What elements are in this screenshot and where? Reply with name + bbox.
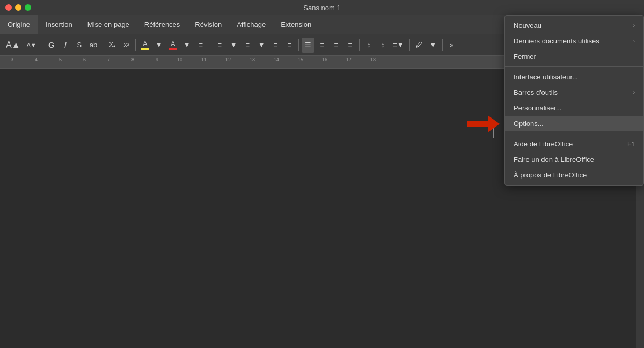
menu-barres[interactable]: Barres d'outils ›	[505, 85, 643, 100]
shadow-btn[interactable]: ab	[87, 38, 100, 53]
ruler-mark: 5	[59, 57, 62, 62]
ruler-mark: 13	[250, 57, 255, 62]
highlight-underline	[141, 48, 149, 50]
menu-options[interactable]: Options...	[505, 116, 643, 131]
toolbar-separator-7	[409, 39, 410, 51]
ruler-mark: 14	[274, 57, 279, 62]
arrow-shaft	[467, 121, 488, 127]
menu-item-mise-en-page[interactable]: Mise en page	[80, 15, 137, 34]
menu-don[interactable]: Faire un don à LibreOffice	[505, 152, 643, 167]
indent-more-btn[interactable]: ≡	[283, 38, 296, 53]
menu-fermer[interactable]: Fermer	[505, 49, 643, 64]
align-left-btn[interactable]: ☰	[302, 38, 314, 53]
menu-apropos[interactable]: À propos de LibreOffice	[505, 167, 643, 183]
font-size-decrease-btn[interactable]: A▼	[24, 38, 39, 53]
dropdown-menu: Nouveau › Derniers documents utilisés › …	[504, 15, 644, 186]
menu-interface[interactable]: Interface utilisateur...	[505, 69, 643, 85]
submenu-arrow: ›	[633, 23, 635, 28]
menu-item-insertion[interactable]: Insertion	[38, 15, 80, 34]
align-right-btn[interactable]: ≡	[330, 38, 342, 53]
title-bar: Sans nom 1	[0, 0, 644, 15]
ruler-mark: 16	[322, 57, 327, 62]
window-controls	[5, 4, 31, 11]
indent-btn[interactable]: ≡	[241, 38, 254, 53]
strikethrough-btn[interactable]: S	[73, 38, 86, 53]
arrow-head	[488, 115, 500, 132]
menu-nouveau[interactable]: Nouveau ›	[505, 18, 643, 33]
ruler-mark: 17	[346, 57, 352, 62]
ruler-mark: 15	[298, 57, 303, 62]
toolbar-separator-5	[298, 39, 299, 51]
menu-item-affichage[interactable]: Affichage	[229, 15, 273, 34]
maximize-button[interactable]	[25, 4, 31, 11]
list-unordered-btn[interactable]: ≡	[194, 38, 207, 53]
menu-aide[interactable]: Aide de LibreOffice F1	[505, 136, 643, 152]
list-ordered-dropdown-btn[interactable]: ▼	[227, 38, 240, 53]
para-spacing-dropdown-btn[interactable]: ≡▼	[390, 38, 406, 53]
ruler-mark: 3	[11, 57, 13, 62]
menu-item-revision[interactable]: Révision	[187, 15, 229, 34]
align-center-btn[interactable]: ≡	[316, 38, 328, 53]
para-spacing-btn[interactable]: ↕	[376, 38, 389, 53]
close-button[interactable]	[5, 4, 12, 11]
more-btn[interactable]: »	[445, 38, 458, 53]
ruler-mark: 7	[107, 57, 110, 62]
toolbar-separator-3	[135, 39, 136, 51]
ruler-mark: 18	[370, 57, 376, 62]
ruler-mark: 11	[201, 57, 207, 62]
minimize-button[interactable]	[15, 4, 21, 11]
ruler-mark: 12	[225, 57, 231, 62]
submenu-arrow: ›	[633, 90, 635, 95]
font-color-btn[interactable]: A	[166, 38, 179, 53]
toolbar-separator-2	[103, 39, 103, 51]
dropdown-separator-2	[505, 134, 643, 134]
indent-dropdown-btn[interactable]: ▼	[255, 38, 268, 53]
ruler-mark: 4	[35, 57, 38, 62]
list-ordered-btn[interactable]: ≡	[213, 38, 226, 53]
align-justify-btn[interactable]: ≡	[343, 38, 356, 53]
highlight-dropdown-btn[interactable]: ▼	[152, 38, 165, 53]
font-color-dropdown-btn[interactable]: ▼	[180, 38, 193, 53]
menu-item-origine[interactable]: Origine	[0, 15, 38, 34]
submenu-arrow: ›	[633, 38, 635, 44]
ruler-mark: 9	[156, 57, 158, 62]
line-spacing-btn[interactable]: ↕	[362, 38, 375, 53]
ruler-mark: 8	[131, 57, 134, 62]
ruler-mark: 10	[177, 57, 182, 62]
italic-btn[interactable]: I	[59, 38, 72, 53]
font-size-increase-btn[interactable]: A▲	[3, 38, 23, 53]
red-arrow	[467, 116, 500, 132]
highlight-color-btn[interactable]: A	[138, 38, 151, 53]
toolbar-separator-4	[210, 39, 210, 51]
toolbar-separator-1	[42, 39, 42, 51]
menu-personnaliser[interactable]: Personnaliser...	[505, 100, 643, 116]
toolbar-separator-8	[442, 39, 443, 51]
background-color-btn[interactable]: 🖊	[413, 38, 426, 53]
bold-btn[interactable]: G	[45, 38, 58, 53]
dropdown-separator-1	[505, 66, 643, 67]
superscript-btn[interactable]: X²	[120, 38, 133, 53]
menu-derniers-docs[interactable]: Derniers documents utilisés ›	[505, 33, 643, 49]
indent-less-btn[interactable]: ≡	[269, 38, 282, 53]
subscript-btn[interactable]: X₂	[106, 38, 119, 53]
font-color-underline	[169, 48, 177, 50]
window-title: Sans nom 1	[303, 4, 340, 12]
ruler-mark: 6	[83, 57, 86, 62]
menu-item-references[interactable]: Références	[137, 15, 187, 34]
menu-item-extension[interactable]: Extension	[273, 15, 319, 34]
toolbar-separator-6	[359, 39, 360, 51]
background-dropdown-btn[interactable]: ▼	[427, 38, 440, 53]
